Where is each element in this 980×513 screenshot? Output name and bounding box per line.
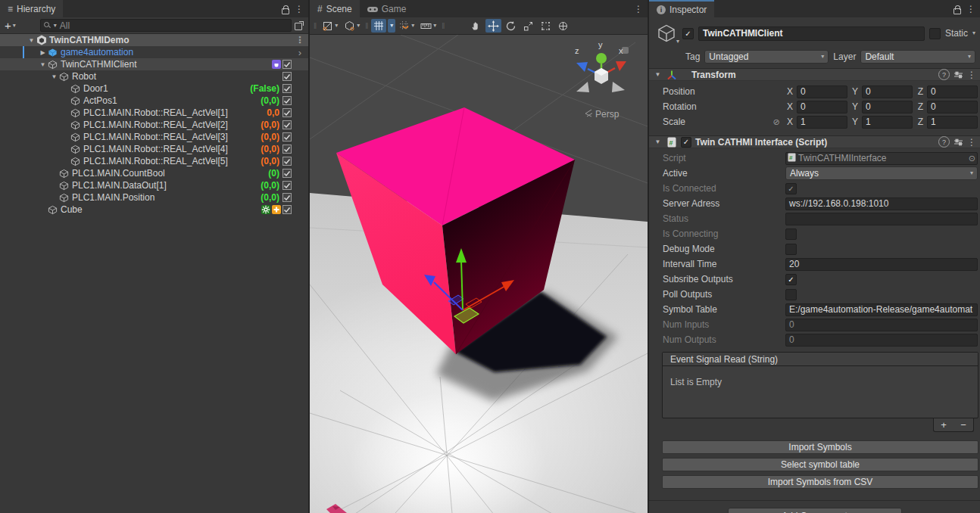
script-enabled-checkbox[interactable]: ✓: [681, 137, 691, 148]
gizmo-y-cone[interactable]: [596, 53, 607, 64]
kebab-menu-icon[interactable]: ⋮: [966, 5, 975, 14]
hierarchy-row-plc1-main-dataout-1[interactable]: PLC1.MAIN.DataOut[1](0,0): [0, 179, 308, 191]
tool-rotate-button[interactable]: [503, 19, 519, 33]
list-add-button[interactable]: +: [934, 419, 953, 431]
tool-pan-button[interactable]: [468, 19, 484, 33]
position-y-field[interactable]: 0: [862, 86, 913, 98]
visibility-toggle[interactable]: [282, 96, 292, 105]
scale-x-field[interactable]: 1: [797, 116, 847, 129]
hierarchy-row-twincathmiclient[interactable]: ▼TwinCATHMIClient: [0, 58, 308, 70]
visibility-toggle[interactable]: [282, 132, 292, 141]
hierarchy-row-robot[interactable]: ▼Robot: [0, 70, 308, 82]
visibility-toggle[interactable]: [282, 193, 292, 202]
lock-icon[interactable]: [953, 5, 960, 13]
gameobject-name-field[interactable]: TwinCATHMIClient: [698, 26, 925, 41]
visibility-toggle[interactable]: [282, 72, 292, 81]
hierarchy-row-game4automation[interactable]: ▶game4automation›: [0, 46, 308, 58]
visibility-toggle[interactable]: [282, 84, 292, 93]
checkbox-subsribe-outputs[interactable]: ✓: [785, 274, 797, 285]
plug-icon[interactable]: [272, 60, 281, 69]
import-symbols-button[interactable]: Import Symbols: [662, 440, 978, 454]
visibility-toggle[interactable]: [282, 181, 292, 190]
tool-move-button[interactable]: [485, 19, 501, 33]
visibility-toggle[interactable]: [282, 145, 292, 154]
dropdown-active[interactable]: Always▾: [785, 166, 978, 180]
tab-hierarchy[interactable]: ≡ Hierarchy: [0, 0, 63, 17]
rotation-y-field[interactable]: 0: [862, 101, 913, 113]
visibility-toggle[interactable]: [282, 157, 292, 166]
foldout-icon[interactable]: ▼: [27, 37, 36, 44]
hierarchy-row-plc1-main-countbool[interactable]: PLC1.MAIN.CountBool(0): [0, 167, 308, 179]
hierarchy-row-actpos1[interactable]: ActPos1(0,0): [0, 95, 308, 107]
plus-icon[interactable]: [272, 205, 281, 214]
position-z-field[interactable]: 0: [927, 86, 978, 98]
foldout-icon[interactable]: ▼: [653, 71, 663, 78]
static-checkbox[interactable]: [929, 28, 941, 39]
grid-visibility-dropdown[interactable]: ▾: [388, 19, 395, 33]
checkbox-is-connected[interactable]: ✓: [785, 183, 797, 194]
hierarchy-row-cube[interactable]: Cube: [0, 204, 308, 216]
tab-scene[interactable]: # Scene: [310, 0, 360, 17]
object-field-script[interactable]: #TwinCATHMIInterface⊙: [785, 152, 978, 165]
prefab-open-chevron[interactable]: ›: [295, 47, 305, 58]
text-field-server-adress[interactable]: ws://192.168.0.198:1010: [785, 197, 978, 210]
hierarchy-row-plc1-main-robot-real-actvel-1[interactable]: PLC1.MAIN.Robot::REAL_ActVel[1]0,0: [0, 107, 308, 119]
snap-button[interactable]: ▾: [397, 19, 417, 33]
text-field-status[interactable]: [785, 213, 978, 225]
visibility-toggle[interactable]: [282, 205, 292, 214]
grid-visibility-button[interactable]: [371, 19, 386, 33]
scene-viewport[interactable]: y z x Persp: [310, 35, 648, 513]
static-dropdown-icon[interactable]: ▾: [972, 30, 975, 36]
help-icon[interactable]: ?: [938, 69, 950, 80]
visibility-toggle[interactable]: [282, 108, 292, 117]
hierarchy-row-plc1-main-robot-real-actvel-4[interactable]: PLC1.MAIN.Robot::REAL_ActVel[4](0,0): [0, 143, 308, 155]
import-symbols-from-csv-button[interactable]: Import Symbols from CSV: [662, 475, 978, 489]
tool-transform-button[interactable]: [555, 19, 571, 33]
rotation-x-field[interactable]: 0: [797, 101, 847, 113]
gameobject-cube-icon[interactable]: ▾: [655, 22, 678, 45]
tag-dropdown[interactable]: Untagged▾: [704, 50, 829, 64]
create-object-button[interactable]: +▾: [5, 20, 16, 31]
text-field-symbol-table[interactable]: E:/game4automation-Release/game4automat: [785, 303, 978, 316]
tab-inspector[interactable]: i Inspector: [649, 0, 714, 17]
tab-game[interactable]: Game: [360, 0, 414, 17]
search-input[interactable]: ▾ All: [40, 19, 292, 32]
checkbox-debug-mode[interactable]: [785, 244, 797, 255]
lock-icon[interactable]: [281, 5, 289, 13]
tool-scale-button[interactable]: [520, 19, 536, 33]
kebab-menu-icon[interactable]: ⋮: [295, 35, 305, 45]
kebab-menu-icon[interactable]: ⋮: [634, 5, 643, 14]
persp-label[interactable]: Persp: [595, 109, 620, 120]
text-field-intervall-time[interactable]: 20: [785, 258, 978, 271]
scale-z-field[interactable]: 1: [927, 116, 978, 129]
text-field-num-outputs[interactable]: 0: [785, 334, 978, 347]
hierarchy-row-door1[interactable]: Door1(False): [0, 82, 308, 95]
draw-mode-button[interactable]: ▾: [320, 19, 340, 33]
gear-icon[interactable]: [261, 205, 270, 214]
hierarchy-row-plc1-main-position[interactable]: PLC1.MAIN.Position(0,0): [0, 191, 308, 204]
visibility-toggle[interactable]: [282, 169, 292, 178]
rotation-z-field[interactable]: 0: [927, 101, 978, 113]
add-component-button[interactable]: Add Component: [728, 508, 902, 513]
hierarchy-row-plc1-main-robot-real-actvel-5[interactable]: PLC1.MAIN.Robot::REAL_ActVel[5](0,0): [0, 155, 308, 167]
layer-dropdown[interactable]: Default▾: [860, 50, 975, 64]
camera-view-button[interactable]: ▾: [342, 19, 362, 33]
foldout-icon[interactable]: ▶: [38, 49, 48, 56]
select-symbol-table-button[interactable]: Select symbol table: [662, 458, 978, 471]
presets-icon[interactable]: [953, 70, 963, 79]
kebab-menu-icon[interactable]: ⋮: [967, 70, 976, 79]
transform-header[interactable]: ▼ Transform ? ⋮: [649, 68, 980, 81]
checkbox-poll-outputs[interactable]: [785, 289, 797, 300]
scene-picker-icon[interactable]: [295, 21, 304, 30]
visibility-toggle[interactable]: [282, 120, 292, 129]
checkbox-is-connecting[interactable]: [785, 229, 797, 240]
position-x-field[interactable]: 0: [797, 86, 847, 98]
hierarchy-row-twincathmidemo[interactable]: ▼TwinCATHMIDemo⋮: [0, 34, 308, 46]
script-component-header[interactable]: ▼ # ✓ Twin CATHMI Interface (Script) ? ⋮: [649, 135, 980, 148]
hierarchy-row-plc1-main-robot-real-actvel-3[interactable]: PLC1.MAIN.Robot::REAL_ActVel[3](0,0): [0, 131, 308, 143]
object-picker-icon[interactable]: ⊙: [969, 154, 975, 163]
foldout-icon[interactable]: ▼: [38, 61, 48, 68]
visibility-toggle[interactable]: [282, 60, 292, 69]
scale-y-field[interactable]: 1: [862, 116, 913, 129]
help-icon[interactable]: ?: [938, 136, 950, 148]
